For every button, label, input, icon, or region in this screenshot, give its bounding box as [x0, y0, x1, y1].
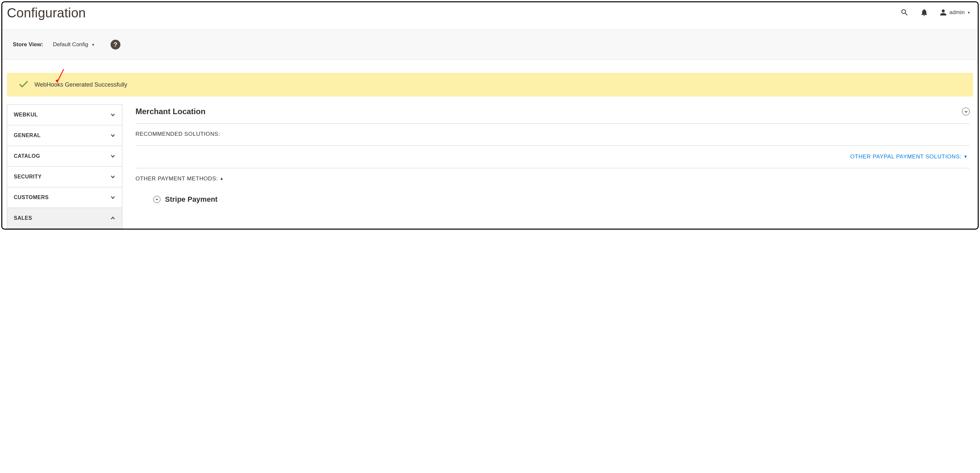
success-banner: WebHooks Generated Successfully — [7, 73, 973, 97]
caret-down-icon: ▼ — [963, 154, 968, 159]
page-title: Configuration — [7, 6, 86, 20]
header-actions: admin ▼ — [900, 6, 970, 17]
section-merchant-location[interactable]: Merchant Location — [135, 104, 970, 124]
content-columns: WEBKUL GENERAL CATALOG SECURITY CUSTOMER… — [7, 104, 973, 229]
recommended-solutions-heading: RECOMMENDED SOLUTIONS: — [135, 124, 970, 146]
sidebar-item-label: GENERAL — [14, 133, 41, 138]
admin-account-dropdown[interactable]: admin ▼ — [940, 9, 970, 16]
config-sidebar: WEBKUL GENERAL CATALOG SECURITY CUSTOMER… — [7, 104, 123, 229]
other-paypal-link[interactable]: OTHER PAYPAL PAYMENT SOLUTIONS: ▼ — [850, 154, 968, 160]
page-header: Configuration admin ▼ — [2, 2, 978, 30]
store-view-label: Store View: — [13, 41, 43, 48]
chevron-up-icon — [110, 216, 116, 221]
config-main: Merchant Location RECOMMENDED SOLUTIONS:… — [135, 104, 973, 229]
caret-down-icon: ▼ — [967, 11, 970, 14]
sidebar-item-label: SALES — [14, 215, 32, 221]
paypal-solutions-row: OTHER PAYPAL PAYMENT SOLUTIONS: ▼ — [135, 146, 970, 168]
caret-up-icon: ▲ — [220, 176, 224, 181]
heading-text: OTHER PAYMENT METHODS: — [135, 176, 218, 182]
sidebar-item-customers[interactable]: CUSTOMERS — [7, 187, 122, 208]
search-icon[interactable] — [900, 8, 909, 17]
sidebar-item-label: CUSTOMERS — [14, 195, 49, 200]
caret-down-icon: ▼ — [92, 43, 95, 47]
sidebar-item-label: CATALOG — [14, 153, 40, 159]
sidebar-item-sales[interactable]: SALES — [7, 208, 122, 228]
sidebar-item-label: SECURITY — [14, 174, 42, 180]
admin-label: admin — [950, 9, 964, 16]
sidebar-item-label: WEBKUL — [14, 112, 38, 118]
user-icon — [940, 9, 947, 16]
chevron-down-icon — [110, 112, 116, 117]
sidebar-item-catalog[interactable]: CATALOG — [7, 146, 122, 167]
collapse-toggle[interactable] — [962, 108, 970, 116]
store-view-select[interactable]: Default Config ▼ — [53, 41, 95, 48]
sidebar-item-general[interactable]: GENERAL — [7, 125, 122, 146]
collapse-toggle[interactable] — [153, 196, 161, 203]
section-title: Merchant Location — [135, 107, 205, 116]
chevron-down-icon — [110, 154, 116, 159]
check-icon — [19, 80, 29, 89]
store-view-bar: Store View: Default Config ▼ ? — [2, 30, 978, 60]
help-icon[interactable]: ? — [111, 40, 121, 49]
link-text: OTHER PAYPAL PAYMENT SOLUTIONS: — [850, 154, 962, 160]
sidebar-item-security[interactable]: SECURITY — [7, 167, 122, 187]
chevron-down-icon — [110, 195, 116, 200]
other-payment-methods-heading[interactable]: OTHER PAYMENT METHODS: ▲ — [135, 168, 970, 185]
chevron-down-icon — [110, 174, 116, 179]
stripe-payment-section[interactable]: Stripe Payment — [135, 185, 970, 207]
sidebar-item-webkul[interactable]: WEBKUL — [7, 105, 122, 125]
stripe-title: Stripe Payment — [165, 195, 218, 204]
chevron-down-icon — [110, 133, 116, 138]
store-view-value: Default Config — [53, 41, 88, 48]
bell-icon[interactable] — [920, 8, 929, 17]
success-message: WebHooks Generated Successfully — [35, 81, 127, 88]
